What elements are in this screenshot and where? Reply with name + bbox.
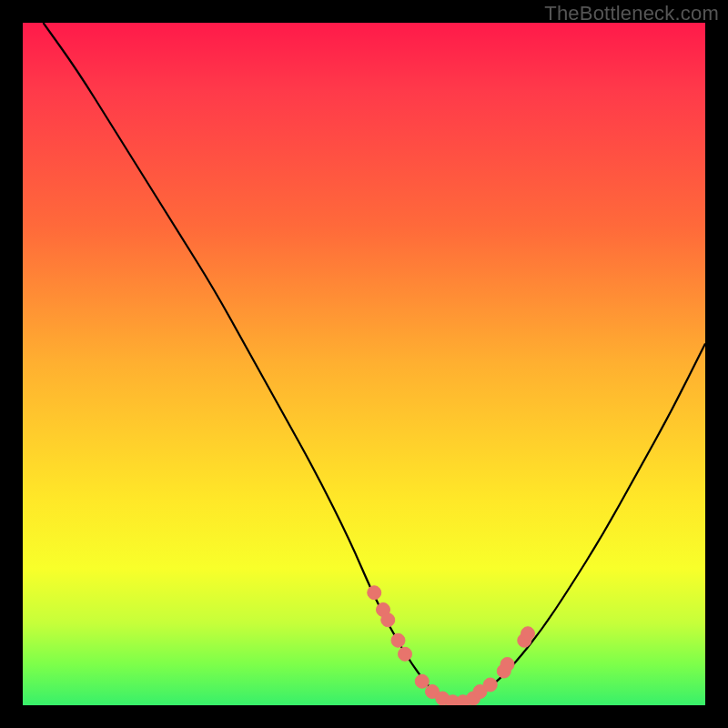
highlighted-points	[368, 586, 535, 705]
data-point	[500, 658, 514, 672]
data-point	[483, 678, 497, 692]
chart-svg	[23, 23, 705, 705]
plot-area	[23, 23, 705, 705]
data-point	[399, 647, 412, 661]
data-point	[521, 627, 535, 641]
bottleneck-curve-right	[453, 344, 706, 706]
data-point	[368, 586, 381, 600]
bottleneck-curve-left	[44, 23, 453, 705]
chart-frame: TheBottleneck.com	[0, 0, 728, 728]
data-point	[381, 613, 395, 627]
watermark-text: TheBottleneck.com	[544, 2, 719, 25]
data-point	[391, 633, 405, 647]
data-point	[415, 674, 429, 688]
